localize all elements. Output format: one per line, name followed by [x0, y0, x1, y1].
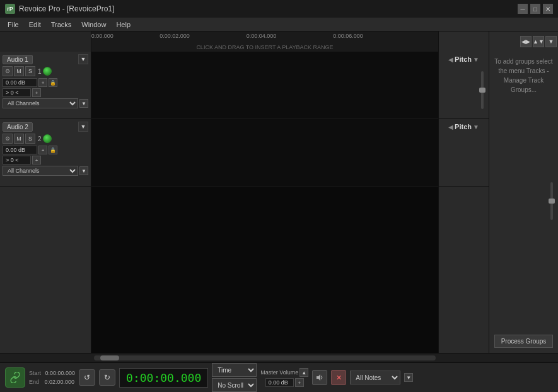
track-1-channel-select-row: All Channels ▼ [3, 98, 88, 108]
h-scrollbar-track[interactable] [94, 355, 436, 360]
h-scrollbar-thumb[interactable] [100, 355, 119, 360]
menu-tracks[interactable]: Tracks [46, 20, 77, 30]
track-2-s-button[interactable]: S [25, 134, 35, 144]
pitch-1-slider-thumb[interactable] [479, 88, 485, 93]
transport-bar: Start 0:00:00.000 End 0:02:00.000 ↺ ↻ 0:… [0, 362, 558, 392]
playback-hint: CLICK AND DRAG TO INSERT A PLAYBACK RANG… [91, 44, 438, 50]
maximize-button[interactable]: □ [530, 4, 540, 14]
play-button[interactable]: ↻ [99, 369, 115, 386]
ruler-marker-3: 0:00:06.000 [333, 33, 363, 39]
pitch-2-slider-thumb[interactable] [549, 199, 555, 204]
track-2-pan-btn[interactable]: + [32, 156, 41, 164]
title-bar: rP Revoice Pro - [RevoicePro1] ─ □ ✕ [0, 0, 558, 18]
rewind-button[interactable]: ↺ [79, 369, 95, 386]
track-1-control: Audio 1 ▼ ⚙ M S 1 0.00 dB + [0, 52, 91, 119]
pitch-nav-area [438, 32, 489, 52]
pitch-2-label: Pitch [455, 123, 472, 130]
pitch-2-slider-area[interactable] [548, 52, 555, 353]
track-1-vol-lock[interactable]: 🔒 [49, 78, 57, 87]
pitch-2-left-arrow[interactable]: ◀ [448, 124, 453, 130]
app-icon: rP [5, 4, 15, 14]
track-1-volume-knob[interactable] [43, 67, 52, 76]
track-2-gear-button[interactable]: ⚙ [3, 134, 13, 144]
clear-button[interactable]: ✕ [331, 370, 346, 385]
track-2-volume-knob[interactable] [43, 134, 52, 143]
track-2-channel-select-row: All Channels ▼ [3, 166, 88, 176]
ruler-spacer [0, 32, 91, 52]
pitch-header-1: ◀ Pitch ▼ [439, 52, 489, 119]
nav-up-down-button[interactable]: ▲▼ [533, 36, 544, 47]
title-bar-left: rP Revoice Pro - [RevoicePro1] [5, 4, 114, 14]
track-2-vol-lock[interactable]: 🔒 [49, 146, 57, 154]
scroll-mode-select[interactable]: No Scroll [212, 378, 257, 392]
track-1-gear-button[interactable]: ⚙ [3, 66, 13, 76]
master-vol-up[interactable]: ▲ [299, 368, 308, 377]
start-time-row: Start 0:00:00.000 [29, 369, 75, 378]
track-1-pan-btn[interactable]: + [32, 88, 41, 97]
track-1-channel: 1 [38, 68, 42, 75]
process-groups-button[interactable]: Process Groups [494, 335, 553, 348]
notes-select[interactable]: All Notes [350, 371, 400, 384]
track-1-name-row: Audio 1 ▼ [3, 54, 88, 64]
menu-help[interactable]: Help [111, 20, 136, 30]
master-vol-plus[interactable]: + [295, 378, 304, 387]
track-2-vol-plus[interactable]: + [38, 146, 47, 154]
track-lane-bottom[interactable] [91, 187, 438, 353]
pitch-1-left-arrow[interactable]: ◀ [448, 56, 453, 63]
menu-window[interactable]: Window [76, 20, 111, 30]
track-2-name-button[interactable]: Audio 2 [3, 122, 33, 132]
notes-select-arrow[interactable]: ▼ [404, 373, 413, 382]
track-2-volume-row: 0.00 dB + 🔒 [3, 146, 88, 154]
track-1-channel-btn[interactable]: ▼ [79, 99, 88, 108]
tracks-left-panel: Audio 1 ▼ ⚙ M S 1 0.00 dB + [0, 52, 91, 353]
track-2-channel: 2 [38, 135, 42, 142]
track-2-channel-btn[interactable]: ▼ [79, 166, 88, 175]
track-lane-1[interactable] [91, 52, 438, 119]
track-2-m-button[interactable]: M [14, 134, 24, 144]
menu-edit[interactable]: Edit [24, 20, 46, 30]
end-time-row: End 0:02:00.000 [29, 378, 75, 386]
master-vol-label: Master Volume [260, 369, 298, 376]
menu-file[interactable]: File [3, 20, 24, 30]
link-icon [9, 372, 21, 383]
pitch-2-slider-track [550, 182, 553, 220]
track-1-name-button[interactable]: Audio 1 [3, 55, 33, 64]
track-2-pan-row: > 0 < + [3, 156, 88, 164]
ruler-marker-0: 0:00:00.000 [91, 33, 113, 39]
end-time: 0:02:00.000 [45, 379, 75, 385]
track-1-pan-display: > 0 < [3, 88, 31, 97]
link-button[interactable] [5, 367, 25, 388]
track-1-vol-plus[interactable]: + [38, 78, 47, 87]
track-1-collapse-button[interactable]: ▼ [78, 54, 88, 64]
speaker-button[interactable] [312, 370, 327, 385]
track-2-control: Audio 2 ▼ ⚙ M S 2 0.00 dB + [0, 119, 91, 187]
track-lane-2[interactable] [91, 119, 438, 187]
track-2-volume-display: 0.00 dB [3, 146, 37, 154]
master-vol-value: 0.00 dB [265, 378, 294, 387]
track-2-pan-display: > 0 < [3, 156, 31, 164]
pitch-label-row-2: ◀ Pitch ▼ [448, 123, 479, 130]
track-2-collapse-button[interactable]: ▼ [78, 122, 88, 132]
mode-selects: Time No Scroll [212, 363, 257, 392]
pitch-2-down-arrow[interactable]: ▼ [473, 124, 479, 130]
h-scrollbar-row [0, 353, 558, 362]
track-1-channel-select[interactable]: All Channels [3, 98, 78, 108]
track-1-s-button[interactable]: S [25, 66, 35, 76]
pitch-empty-area [439, 187, 489, 353]
nav-left-button[interactable]: ◀▶ [520, 36, 532, 47]
ruler-area[interactable]: 0:00:00.000 0:00:02.000 0:00:04.000 0:00… [91, 32, 438, 52]
tracks-right-panel: ◀ Pitch ▼ ◀ [438, 52, 489, 353]
track-2-name-row: Audio 2 ▼ [3, 122, 88, 132]
track-2-channel-select[interactable]: All Channels [3, 166, 78, 176]
timecode-display: 0:00:00.000 [119, 368, 208, 388]
pitch-1-label: Pitch [455, 55, 472, 63]
minimize-button[interactable]: ─ [518, 4, 528, 14]
pitch-1-down-arrow[interactable]: ▼ [473, 56, 479, 63]
pitch-1-slider-area[interactable] [479, 64, 486, 116]
track-1-m-button[interactable]: M [14, 66, 24, 76]
timeline-and-tracks: 0:00:00.000 0:00:02.000 0:00:04.000 0:00… [0, 32, 558, 362]
time-mode-select[interactable]: Time [212, 363, 257, 377]
track-2-buttons-row: ⚙ M S 2 [3, 134, 88, 144]
start-time: 0:00:00.000 [45, 370, 76, 376]
master-volume-row: Master Volume ▲ 0.00 dB + [260, 368, 308, 387]
